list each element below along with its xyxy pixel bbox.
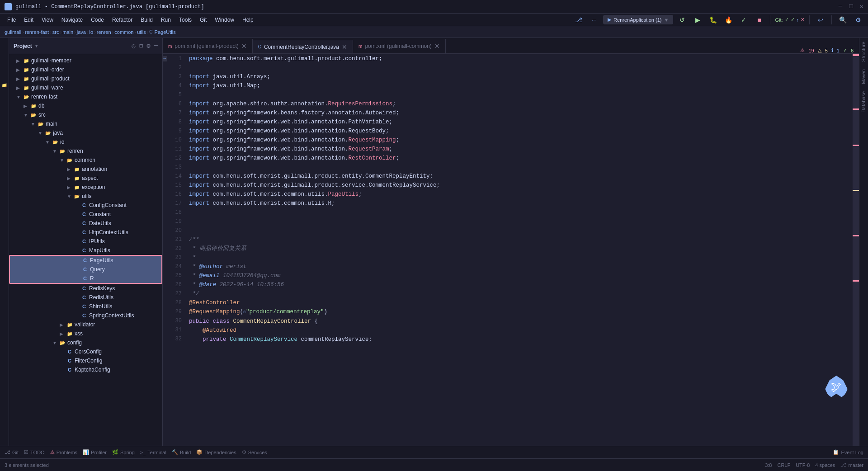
- tab-close-btn[interactable]: ✕: [342, 43, 347, 51]
- project-close-icon[interactable]: ─: [154, 42, 158, 50]
- tree-item-maputils[interactable]: ▶ C MapUtils: [9, 246, 162, 255]
- editor-content[interactable]: 1 2 3 4 5 6 7 8 9 10 11 12 13 14: [163, 54, 859, 446]
- breadcrumb-main[interactable]: main: [62, 29, 73, 35]
- build-button[interactable]: 🔨 Build: [172, 449, 191, 455]
- menu-navigate[interactable]: Navigate: [58, 15, 86, 25]
- maven-panel-label[interactable]: Maven: [859, 66, 868, 88]
- toolbar-btn-search[interactable]: 🔍: [836, 14, 849, 26]
- tree-item-src[interactable]: ▼ 📂 src: [9, 110, 162, 119]
- tree-item-pageutils[interactable]: ▶ C PageUtils: [10, 256, 161, 265]
- tree-item-httpcontextutils[interactable]: ▶ C HttpContextUtils: [9, 228, 162, 237]
- dependencies-button[interactable]: 📦 Dependencies: [196, 449, 236, 455]
- menu-run[interactable]: Run: [157, 15, 175, 25]
- tree-item-annotation[interactable]: ▶ 📁 annotation: [9, 165, 162, 174]
- tree-item-db[interactable]: ▶ 📁 db: [9, 101, 162, 110]
- spring-button[interactable]: 🌿 Spring: [112, 449, 135, 455]
- tree-item-rediskeys[interactable]: ▶ C RedisKeys: [9, 284, 162, 293]
- toolbar-btn-profile[interactable]: 🔥: [722, 14, 735, 26]
- tree-item-gulimall-order[interactable]: ▶ 📁 gulimall-order: [9, 65, 162, 74]
- tree-item-dateutils[interactable]: ▶ C DateUtils: [9, 219, 162, 228]
- tab-pom-product[interactable]: m pom.xml (gulimall-product) ✕: [163, 39, 253, 53]
- tab-close-btn[interactable]: ✕: [434, 42, 440, 50]
- tree-item-main[interactable]: ▼ 📂 main: [9, 119, 162, 128]
- tree-item-constant[interactable]: ▶ C Constant: [9, 210, 162, 219]
- structure-panel-label[interactable]: Structure: [859, 38, 868, 66]
- tree-item-query[interactable]: ▶ C Query: [10, 265, 161, 274]
- strip-project-icon[interactable]: 📁: [2, 83, 7, 89]
- tree-item-gulimall-member[interactable]: ▶ 📁 gulimall-member: [9, 56, 162, 65]
- problems-button[interactable]: ⚠ Problems: [50, 449, 77, 455]
- project-dropdown-icon[interactable]: ▼: [34, 43, 39, 48]
- git-button[interactable]: ⎇ Git: [5, 449, 19, 455]
- menu-code[interactable]: Code: [87, 15, 108, 25]
- tree-item-renren[interactable]: ▼ 📂 renren: [9, 146, 162, 155]
- tree-item-redisutils[interactable]: ▶ C RedisUtils: [9, 293, 162, 302]
- menu-window[interactable]: Window: [211, 15, 238, 25]
- breadcrumb-renren[interactable]: renren: [97, 29, 111, 35]
- minimize-button[interactable]: ─: [839, 3, 842, 10]
- toolbar-btn-back[interactable]: ←: [588, 14, 600, 26]
- run-config-selector[interactable]: ▶ RenrenApplication (1) ▼: [603, 15, 673, 24]
- tree-item-utils[interactable]: ▼ 📂 utils: [9, 192, 162, 201]
- toolbar-btn-reload[interactable]: ↺: [676, 14, 689, 26]
- breadcrumb-gulimall[interactable]: gulimall: [5, 29, 21, 35]
- tree-item-aspect[interactable]: ▶ 📁 aspect: [9, 174, 162, 183]
- menu-help[interactable]: Help: [239, 15, 257, 25]
- tree-item-java[interactable]: ▼ 📂 java: [9, 128, 162, 137]
- breadcrumb-src[interactable]: src: [52, 29, 59, 35]
- tab-comment-replay[interactable]: C CommentReplayController.java ✕: [253, 40, 353, 54]
- title-bar-controls[interactable]: ─ □ ✕: [839, 3, 863, 10]
- tree-item-gulimall-ware[interactable]: ▶ 📁 gulimall-ware: [9, 83, 162, 92]
- code-editor[interactable]: 1 2 3 4 5 6 7 8 9 10 11 12 13 14: [163, 54, 853, 446]
- tree-item-r[interactable]: ▶ C R: [10, 274, 161, 283]
- tree-item-iputils[interactable]: ▶ C IPUtils: [9, 237, 162, 246]
- menu-git[interactable]: Git: [196, 15, 210, 25]
- breadcrumb-common[interactable]: common: [114, 29, 133, 35]
- tree-item-filterconfig[interactable]: ▶ C FilterConfig: [9, 356, 162, 365]
- tree-item-renren-fast[interactable]: ▼ 📂 renren-fast: [9, 92, 162, 101]
- toolbar-btn-undo[interactable]: ↩: [814, 14, 827, 26]
- tree-item-springcontextutils[interactable]: ▶ C SpringContextUtils: [9, 311, 162, 320]
- encoding-status[interactable]: UTF-8: [796, 462, 810, 468]
- maximize-button[interactable]: □: [849, 3, 853, 10]
- tab-close-btn[interactable]: ✕: [241, 42, 247, 50]
- toolbar-btn-debug[interactable]: 🐛: [707, 14, 719, 26]
- event-log-button[interactable]: 📋 Event Log: [833, 449, 863, 455]
- tree-item-kaptchaconfig[interactable]: ▶ C KaptchaConfig: [9, 365, 162, 374]
- tree-item-shiroutils[interactable]: ▶ C ShiroUtils: [9, 302, 162, 311]
- tree-item-exception[interactable]: ▶ 📁 exception: [9, 183, 162, 192]
- project-settings-icon[interactable]: ⚙: [146, 42, 150, 50]
- menu-edit[interactable]: Edit: [20, 15, 37, 25]
- terminal-button[interactable]: >_ Terminal: [140, 450, 166, 455]
- breadcrumb-utils[interactable]: utils: [137, 29, 146, 35]
- breadcrumb-renren-fast[interactable]: renren-fast: [25, 29, 49, 35]
- breadcrumb-pageutils[interactable]: C PageUtils: [149, 29, 175, 35]
- database-panel-label[interactable]: Database: [859, 88, 868, 116]
- tree-item-xss[interactable]: ▶ 📁 xss: [9, 329, 162, 338]
- tab-pom-common[interactable]: m pom.xml (gulimall-common) ✕: [353, 39, 446, 53]
- menu-build[interactable]: Build: [137, 15, 156, 25]
- profiler-button[interactable]: 📊 Profiler: [83, 449, 107, 455]
- position-status[interactable]: 3:8: [765, 462, 772, 468]
- menu-refactor[interactable]: Refactor: [108, 15, 136, 25]
- breadcrumb-io[interactable]: io: [90, 29, 94, 35]
- branch-status[interactable]: ⎇ master: [840, 462, 863, 468]
- code-lines[interactable]: package com.henu.soft.merist.gulimall.pr…: [185, 54, 853, 446]
- project-collapse-icon[interactable]: ⊟: [139, 42, 143, 50]
- menu-view[interactable]: View: [38, 15, 57, 25]
- project-locate-icon[interactable]: ◎: [132, 42, 135, 50]
- menu-tools[interactable]: Tools: [175, 15, 195, 25]
- todo-button[interactable]: ☑ TODO: [24, 449, 45, 455]
- tree-item-gulimall-product[interactable]: ▶ 📁 gulimall-product: [9, 74, 162, 83]
- menu-file[interactable]: File: [4, 15, 19, 25]
- tree-item-configconstant[interactable]: ▶ C ConfigConstant: [9, 201, 162, 210]
- services-button[interactable]: ⚙ Services: [242, 449, 267, 455]
- toolbar-btn-run[interactable]: ▶: [691, 14, 704, 26]
- tree-item-validator[interactable]: ▶ 📁 validator: [9, 320, 162, 329]
- tree-item-config[interactable]: ▼ 📂 config: [9, 338, 162, 347]
- toolbar-btn-settings[interactable]: ⚙: [852, 14, 864, 26]
- tree-item-common[interactable]: ▼ 📂 common: [9, 155, 162, 165]
- breadcrumb-java[interactable]: java: [77, 29, 86, 35]
- toolbar-btn-stop[interactable]: ■: [753, 14, 765, 26]
- tree-item-io[interactable]: ▼ 📂 io: [9, 137, 162, 146]
